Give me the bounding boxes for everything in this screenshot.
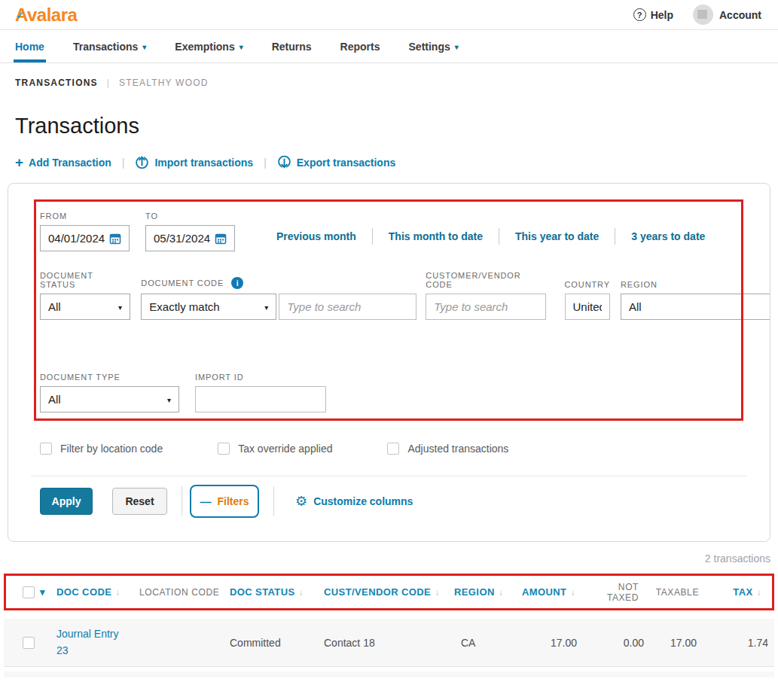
nav-item-reports[interactable]: Reports [340,30,380,62]
sort-icon: ↓ [570,587,575,598]
column-header-region[interactable]: REGION ↓ [454,586,522,598]
doc-code-link[interactable]: Journal Entry 23 [56,619,132,666]
document-code-search-input[interactable] [279,294,416,320]
divider [273,486,274,516]
table-row: Journal Entry 23 Committed Contact 18 CA… [4,619,774,667]
help-button[interactable]: ? Help [633,8,673,21]
checkbox-icon[interactable] [218,443,230,455]
help-label: Help [651,9,673,21]
sort-icon: ↓ [299,587,304,598]
column-header-doc-status[interactable]: DOC STATUS ↓ [230,586,324,598]
adjusted-transactions-checkbox[interactable]: Adjusted transactions [387,443,508,455]
customize-columns-button[interactable]: ⚙ Customize columns [295,493,413,510]
region-field: REGION All [621,280,770,320]
column-header-tax[interactable]: TAX ↓ [709,586,772,598]
document-status-label: DOCUMENT STATUS [40,271,131,289]
region-label: REGION [621,280,770,289]
annotation-rectangle-table-header: ▾ DOC CODE ↓ LOCATION CODE DOC STATUS ↓ … [4,574,774,610]
plus-icon: + [15,157,23,168]
sort-icon: ↓ [115,587,120,598]
breadcrumb-transactions[interactable]: TRANSACTIONS [15,78,98,88]
from-date-input[interactable]: 04/01/2024 [40,225,130,251]
to-date-input[interactable]: 05/31/2024 [145,225,235,251]
breadcrumb-separator: | [107,78,110,88]
location-code-cell [139,635,230,650]
checkbox-icon[interactable] [40,443,52,455]
action-separator: | [122,157,125,169]
document-status-select[interactable]: All ▾ [40,294,130,320]
avalara-logo[interactable]: Avalara ✓ [15,5,77,26]
column-header-cust-vendor-code[interactable]: CUST/VENDOR CODE ↓ [324,586,454,598]
select-all-checkbox[interactable] [23,586,35,598]
column-header-not-taxed: NOT TAXED [587,582,649,603]
calendar-icon[interactable] [109,233,121,245]
column-header-location-code: LOCATION CODE [139,587,230,598]
not-taxed-cell: 0.00 [587,629,649,656]
taxable-cell: 17.00 [649,629,709,656]
nav-item-transactions[interactable]: Transactions ▾ [73,30,146,62]
nav-item-exemptions[interactable]: Exemptions ▾ [175,30,243,62]
to-date-field: TO 05/31/2024 [145,212,235,251]
column-header-amount[interactable]: AMOUNT ↓ [522,586,587,598]
document-type-select[interactable]: All ▾ [40,386,179,412]
tax-cell: 1.74 [709,629,774,656]
filter-by-location-checkbox[interactable]: Filter by location code [40,443,163,455]
chevron-down-icon[interactable]: ▾ [40,586,56,598]
nav-item-returns[interactable]: Returns [272,30,312,62]
caret-down-icon: ▾ [264,303,268,311]
country-field: COUNTRY [565,280,611,320]
checkbox-icon[interactable] [387,443,399,455]
tax-override-checkbox[interactable]: Tax override applied [218,443,332,455]
quick-date-links: Previous month This month to date This y… [261,228,721,245]
add-transaction-button[interactable]: + Add Transaction [15,157,111,169]
country-label: COUNTRY [565,280,611,289]
link-3-years-to-date[interactable]: 3 years to date [615,230,721,242]
nav-item-home[interactable]: Home [15,30,44,62]
link-this-month-to-date[interactable]: This month to date [373,230,499,242]
caret-down-icon: ▾ [167,395,171,403]
table-header-row: ▾ DOC CODE ↓ LOCATION CODE DOC STATUS ↓ … [6,576,772,608]
main-nav: Home Transactions ▾ Exemptions ▾ Returns… [0,30,778,63]
export-transactions-button[interactable]: Export transactions [277,155,395,169]
document-type-field: DOCUMENT TYPE All ▾ [40,373,179,412]
table-row-partial[interactable] [4,671,774,677]
logo-text: Avalara [15,5,77,25]
caret-down-icon: ▾ [240,43,243,51]
gear-icon: ⚙ [295,493,307,510]
region-select[interactable]: All [621,294,770,320]
document-code-match-select[interactable]: Exactly match ▾ [141,294,276,320]
from-label: FROM [40,212,130,221]
document-code-field: DOCUMENT CODE i Exactly match ▾ [141,277,416,320]
filter-panel: FROM 04/01/2024 TO 05/31/2024 [8,183,770,542]
calendar-icon[interactable] [215,233,227,245]
info-icon[interactable]: i [231,277,243,289]
region-cell: CA [454,629,522,656]
country-input[interactable] [565,294,610,320]
filters-toggle-button[interactable]: — Filters [190,485,259,518]
page-title: Transactions [0,88,778,138]
doc-status-cell: Committed [230,629,324,656]
divider [31,476,747,476]
account-button[interactable]: Account [693,5,761,25]
apply-button[interactable]: Apply [40,488,93,515]
logo-check-icon: ✓ [16,10,23,21]
breadcrumb: TRANSACTIONS | STEALTHY WOOD [0,63,778,88]
import-id-input[interactable] [195,386,326,412]
document-type-label: DOCUMENT TYPE [40,373,179,382]
customer-vendor-search-input[interactable] [426,294,546,320]
link-this-year-to-date[interactable]: This year to date [499,230,615,242]
reset-button[interactable]: Reset [112,488,167,515]
help-icon: ? [633,8,646,21]
caret-down-icon: ▾ [455,43,459,51]
column-header-doc-code[interactable]: DOC CODE ↓ [56,586,139,598]
to-label: TO [145,212,235,221]
nav-item-settings[interactable]: Settings ▾ [409,30,459,62]
link-previous-month[interactable]: Previous month [261,230,372,242]
account-label: Account [719,9,761,21]
transaction-count: 2 transactions [0,542,778,565]
import-transactions-button[interactable]: Import transactions [135,155,253,169]
breadcrumb-company[interactable]: STEALTHY WOOD [119,78,209,88]
export-icon [277,155,291,169]
caret-down-icon: ▾ [142,43,146,51]
row-checkbox[interactable] [23,637,35,649]
